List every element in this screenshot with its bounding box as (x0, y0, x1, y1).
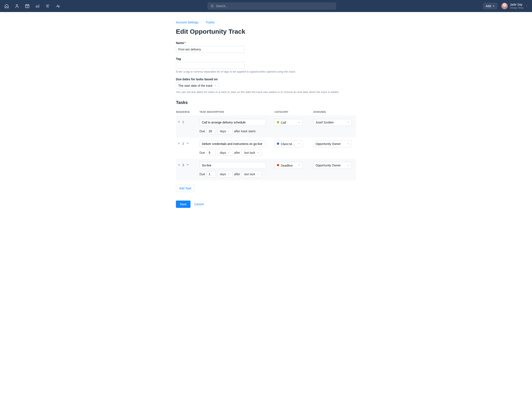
category-content: Call (277, 120, 286, 124)
topbar-right: Add Jade Say Design Shop (483, 2, 528, 9)
due-unit-value: days (220, 151, 226, 154)
category-swatch (277, 164, 279, 166)
tag-group: Tag Enter a tag or comma separated list … (176, 57, 356, 73)
col-assignee: ASSIGNEE (313, 111, 356, 113)
sequence-number: 3 (182, 164, 184, 167)
due-after: after (234, 151, 240, 154)
name-label-text: Name (176, 41, 184, 45)
col-category: CATEGORY (275, 111, 313, 113)
topbar-nav-icons (4, 4, 60, 8)
assignee-value: Josef Szotten (316, 121, 334, 124)
category-content: Client M… (277, 142, 295, 146)
tag-label: Tag (176, 57, 356, 60)
task-row: 1Duedaysafter track startsCallJosef Szot… (176, 116, 356, 137)
category-select[interactable]: Client M… (275, 140, 302, 147)
breadcrumb-account-settings[interactable]: Account Settings (176, 21, 198, 24)
plus-icon (492, 5, 495, 7)
category-select[interactable]: Call (275, 119, 302, 126)
due-number-input[interactable] (207, 150, 216, 156)
duedate-group: Due dates for tasks based on The start d… (176, 77, 356, 94)
due-unit-select[interactable]: days (218, 150, 233, 156)
assignee-select[interactable]: Josef Szotten (313, 119, 352, 126)
caret-down-icon (347, 142, 350, 146)
description-cell: Duedaysafterlast task (199, 162, 275, 177)
due-suffix: after track starts (234, 130, 255, 133)
add-task-button[interactable]: Add Task (176, 185, 195, 192)
due-unit-value: days (220, 172, 226, 176)
caret-down-icon (298, 142, 300, 146)
assignee-select[interactable]: Opportunity Owner (313, 140, 352, 147)
due-unit-select[interactable]: days (218, 128, 233, 135)
category-swatch (277, 143, 279, 145)
due-unit-select[interactable]: days (218, 171, 233, 177)
tag-input[interactable] (176, 62, 245, 69)
task-description-input[interactable] (199, 162, 266, 169)
caret-down-icon (526, 4, 528, 8)
duedate-select[interactable]: The start date of the track (176, 82, 219, 89)
home-icon[interactable] (4, 4, 9, 8)
caret-down-icon (257, 172, 259, 176)
caret-down-icon (298, 164, 300, 167)
sequence-number: 1 (182, 120, 184, 124)
chevron-right-icon (201, 21, 203, 24)
user-menu[interactable]: Jade Say Design Shop (501, 3, 528, 9)
cancel-link[interactable]: Cancel (194, 202, 204, 206)
svg-rect-1 (26, 5, 29, 8)
category-cell: Call (275, 119, 313, 126)
caret-down-icon (347, 164, 350, 167)
assignee-cell: Opportunity Owner (313, 140, 356, 147)
save-button[interactable]: Save (176, 201, 191, 208)
col-description: TASK DESCRIPTION (199, 111, 275, 113)
move-up-icon[interactable] (186, 163, 189, 167)
category-label: Deadline (281, 164, 293, 167)
tag-help: Enter a tag or comma separated list of t… (176, 70, 356, 73)
duedate-help: You can set due dates for tasks in a tra… (176, 90, 356, 94)
due-number-input[interactable] (207, 171, 216, 177)
name-input[interactable] (176, 46, 245, 53)
tasks-container: 1Duedaysafter track startsCallJosef Szot… (176, 116, 356, 180)
page-title: Edit Opportunity Track (176, 28, 356, 35)
caret-down-icon (228, 130, 230, 133)
list-icon[interactable] (45, 4, 50, 8)
form-actions: Save Cancel (176, 201, 356, 208)
due-relative-select[interactable]: last task (242, 150, 261, 156)
task-description-input[interactable] (199, 119, 266, 126)
remove-task-icon[interactable] (178, 142, 180, 145)
search-box[interactable] (208, 2, 336, 10)
description-cell: Duedaysafter track starts (199, 119, 275, 135)
calendar-icon[interactable] (25, 4, 30, 8)
remove-task-icon[interactable] (178, 120, 180, 124)
due-number-input[interactable] (207, 128, 216, 135)
remove-task-icon[interactable] (178, 164, 180, 167)
move-up-icon[interactable] (186, 142, 189, 145)
caret-down-icon (257, 151, 259, 154)
assignee-select[interactable]: Opportunity Owner (313, 162, 352, 169)
category-cell: Deadline (275, 162, 313, 169)
topbar: Add Jade Say Design Shop (0, 0, 532, 12)
assignee-value: Opportunity Owner (316, 142, 341, 146)
due-label: Due (199, 151, 205, 154)
user-text: Jade Say Design Shop (510, 3, 523, 9)
caret-down-icon (347, 121, 350, 124)
due-label: Due (199, 172, 205, 176)
category-select[interactable]: Deadline (275, 162, 302, 169)
svg-point-0 (16, 4, 18, 6)
due-relative-value: last task (244, 172, 255, 176)
category-label: Client M… (281, 142, 295, 146)
search-input[interactable] (216, 4, 333, 8)
caret-down-icon (214, 84, 216, 87)
bars-icon[interactable] (35, 4, 40, 8)
person-icon[interactable] (14, 4, 19, 8)
due-unit-value: days (220, 130, 226, 133)
task-description-input[interactable] (199, 140, 266, 147)
add-button[interactable]: Add (483, 2, 497, 9)
sequence-cell: 2 (176, 140, 199, 145)
breadcrumb-tracks[interactable]: Tracks (206, 21, 214, 24)
user-sub: Design Shop (510, 6, 523, 9)
duedate-value: The start date of the track (178, 84, 213, 87)
caret-down-icon (298, 121, 300, 124)
due-relative-select[interactable]: last task (242, 171, 261, 177)
due-label: Due (199, 130, 205, 133)
activity-icon[interactable] (56, 4, 60, 8)
task-header: SEQUENCE TASK DESCRIPTION CATEGORY ASSIG… (176, 108, 356, 116)
